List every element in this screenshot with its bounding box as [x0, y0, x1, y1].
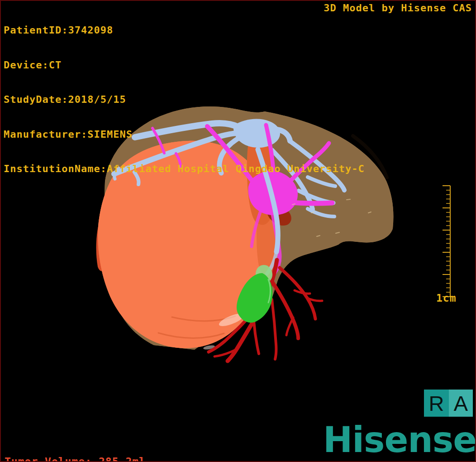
ruler-scale-label: 1cm — [436, 292, 457, 304]
orientation-marker-anterior[interactable]: A — [449, 390, 473, 417]
tumor-volume-label: Tumor Volume: — [5, 455, 99, 462]
study-date-line: StudyDate:2018/5/15 — [4, 94, 365, 106]
tumor-volume-value: 285.2ml — [99, 456, 146, 462]
patient-id-line: PatientID:3742098 — [4, 24, 365, 36]
patient-info-block: PatientID:3742098 Device:CT StudyDate:20… — [4, 1, 365, 186]
scale-ruler — [443, 186, 450, 297]
app-window: { "window": {"width": 1052, "height": 10… — [0, 0, 476, 462]
manufacturer-line: Manufacturer:SIEMENS — [4, 129, 365, 140]
tumor-volume-line: Tumor Volume:285.2ml — [5, 455, 146, 462]
watermark-title: 3D Model by Hisense CAS — [324, 2, 472, 14]
device-line: Device:CT — [4, 59, 365, 71]
institution-line: InstitutionName:Affiliated Hospital Qing… — [4, 163, 365, 175]
hisense-logo: Hisense — [323, 422, 476, 457]
volume-readout: Tumor Volume:285.2ml Liver Volume:547.2m… — [5, 430, 146, 462]
orientation-marker-right[interactable]: R — [424, 390, 449, 417]
